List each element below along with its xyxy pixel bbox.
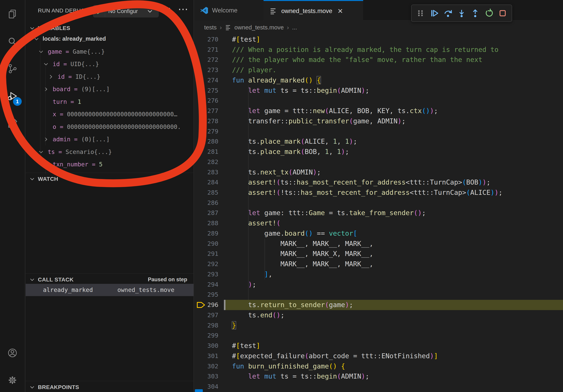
breadcrumb-more[interactable]: ... — [292, 24, 297, 31]
line-content[interactable]: MARK__, MARK__, MARK__, — [232, 239, 373, 249]
line-content[interactable]: let mut ts = ts::begin(ADMIN); — [232, 371, 369, 381]
line-content[interactable]: /// the player who made the "false" move… — [232, 55, 482, 65]
tab-welcome[interactable]: Welcome — [194, 0, 263, 21]
variable-row[interactable]: txn_number = 5 — [26, 158, 193, 171]
breakpoint-margin[interactable] — [196, 36, 206, 43]
breakpoint-margin[interactable] — [196, 148, 206, 156]
drag-handle-icon[interactable] — [415, 7, 426, 20]
chevron-right-icon[interactable] — [48, 74, 53, 79]
breadcrumb-file[interactable]: owned_tests.move — [234, 24, 284, 31]
line-content[interactable]: fun already_marked() { — [232, 75, 321, 85]
breakpoint-margin[interactable] — [196, 56, 206, 64]
breakpoint-margin[interactable] — [196, 322, 206, 329]
breakpoint-margin[interactable] — [196, 107, 206, 115]
watch-section-header[interactable]: WATCH — [26, 173, 193, 185]
breakpoint-margin[interactable] — [196, 128, 206, 135]
breakpoint-margin[interactable] — [196, 46, 206, 54]
variable-row[interactable]: board = (9)[...] — [26, 83, 193, 95]
line-content[interactable]: assert!( — [232, 218, 281, 228]
line-content[interactable]: ts.next_tx(ADMIN); — [232, 167, 321, 177]
breakpoint-margin[interactable] — [196, 158, 206, 166]
source-control-icon[interactable] — [7, 64, 18, 74]
chevron-down-icon[interactable] — [34, 37, 39, 42]
line-content[interactable]: #[expected_failure(abort_code = ttt::ENo… — [232, 351, 438, 361]
line-content[interactable]: transfer::public_transfer(game, ADMIN); — [232, 116, 406, 126]
step-over-icon[interactable] — [442, 7, 454, 20]
line-content[interactable]: ], — [232, 269, 272, 279]
step-into-icon[interactable] — [456, 7, 467, 20]
breakpoint-margin[interactable] — [196, 260, 206, 268]
variable-row[interactable]: x = 000000000000000000000000000000… — [26, 108, 193, 121]
stop-icon[interactable] — [497, 7, 509, 20]
line-content[interactable]: let mut ts = ts::begin(ADMIN); — [232, 85, 369, 96]
account-icon[interactable] — [7, 348, 18, 358]
settings-gear-icon[interactable] — [7, 375, 18, 385]
breakpoint-margin[interactable] — [196, 199, 206, 207]
breakpoint-margin[interactable] — [196, 209, 206, 217]
breakpoint-margin[interactable] — [196, 219, 206, 227]
breakpoint-margin[interactable] — [196, 168, 206, 176]
breakpoint-margin[interactable] — [196, 87, 206, 94]
breakpoint-margin[interactable] — [196, 230, 206, 237]
breakpoints-section-header[interactable]: BREAKPOINTS — [26, 381, 193, 392]
variable-row[interactable]: id = UID{...} — [26, 58, 193, 70]
breakpoint-margin[interactable] — [196, 66, 206, 74]
line-content[interactable]: /// When a position is already marked, t… — [232, 45, 499, 55]
line-content[interactable]: let game: ttt::Game = ts.take_from_sende… — [232, 208, 426, 218]
extensions-icon[interactable] — [7, 118, 18, 129]
configuration-dropdown[interactable]: No Configur — [105, 8, 158, 14]
variable-row[interactable]: admin = (0)[...] — [26, 133, 193, 146]
variable-row[interactable]: ts = Scenario{...} — [26, 146, 193, 158]
breakpoint-margin[interactable] — [196, 97, 206, 105]
debug-settings-gear-icon[interactable] — [163, 6, 172, 15]
chevron-right-icon[interactable] — [43, 137, 49, 142]
breakpoint-margin[interactable] — [196, 240, 206, 248]
line-content[interactable]: #[test] — [232, 34, 260, 45]
breakpoint-margin[interactable] — [196, 138, 206, 145]
line-content[interactable]: /// player. — [232, 65, 276, 75]
continue-icon[interactable] — [428, 7, 440, 20]
breakpoint-margin[interactable] — [196, 189, 206, 196]
line-content[interactable]: game.board() == vector[ — [232, 228, 357, 239]
breakpoint-margin[interactable] — [196, 117, 206, 125]
breakpoint-margin[interactable] — [196, 291, 206, 299]
breakpoint-margin[interactable] — [196, 332, 206, 340]
line-content[interactable]: ts.return_to_sender(game); — [232, 300, 353, 310]
close-icon[interactable]: ✕ — [337, 7, 343, 15]
line-content[interactable]: ts.end(); — [232, 310, 284, 320]
breakpoint-margin[interactable] — [196, 372, 206, 380]
breakpoint-margin[interactable] — [196, 76, 206, 84]
breakpoint-margin[interactable] — [196, 178, 206, 186]
step-out-icon[interactable] — [470, 7, 481, 20]
breakpoint-margin[interactable] — [196, 362, 206, 370]
chevron-down-icon[interactable] — [38, 149, 44, 155]
line-content[interactable]: assert!(!ts::has_most_recent_for_address… — [232, 187, 503, 198]
line-content[interactable]: ts.place_mark(BOB, 1, 1); — [232, 147, 349, 157]
breakpoint-margin[interactable] — [196, 342, 206, 350]
variable-row[interactable]: turn = 1 — [26, 96, 193, 108]
breakpoint-margin[interactable] — [196, 352, 206, 360]
start-debug-button[interactable] — [93, 5, 105, 17]
breadcrumb-folder[interactable]: tests — [204, 24, 217, 31]
line-content[interactable]: assert!(ts::has_most_recent_for_address<… — [232, 177, 490, 187]
breakpoint-margin[interactable] — [196, 311, 206, 319]
restart-icon[interactable] — [483, 7, 495, 20]
line-content[interactable]: #[test] — [232, 341, 260, 351]
line-content[interactable]: let game = ttt::new(ALICE, BOB, KEY, ts.… — [232, 106, 438, 116]
search-icon[interactable] — [7, 37, 18, 47]
variable-row[interactable]: o = 0000000000000000000000000000000. — [26, 121, 193, 133]
line-content[interactable]: fun burn_unfinished_game() { — [232, 361, 345, 371]
breakpoint-margin[interactable] — [196, 270, 206, 278]
breakpoint-margin[interactable] — [196, 281, 206, 288]
line-content[interactable]: MARK__, MARK__, MARK__, — [232, 259, 373, 269]
line-content[interactable]: } — [232, 320, 236, 331]
more-actions-icon[interactable]: ⋯ — [178, 3, 189, 15]
tab-owned-tests[interactable]: owned_tests.move ✕ — [264, 0, 363, 21]
variable-row[interactable]: game = Game{...} — [26, 46, 193, 58]
explorer-icon[interactable] — [7, 9, 18, 19]
chevron-right-icon[interactable] — [43, 87, 49, 92]
variable-row[interactable]: locals: already_marked — [26, 33, 193, 45]
breakpoint-margin[interactable] — [196, 383, 206, 391]
chevron-down-icon[interactable] — [38, 49, 44, 54]
chevron-down-icon[interactable] — [43, 62, 49, 67]
